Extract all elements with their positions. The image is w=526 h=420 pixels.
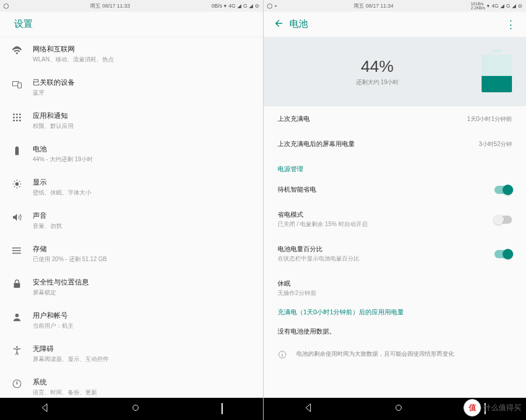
- item-title: 显示: [33, 178, 254, 188]
- svg-point-14: [12, 247, 13, 248]
- toggle-on[interactable]: [494, 250, 512, 258]
- accessibility-icon: [12, 344, 33, 358]
- item-subtitle: 屏幕锁定: [33, 289, 254, 297]
- power-row-sleep[interactable]: 休眠无操作2分钟后: [264, 271, 526, 306]
- item-title: 安全性与位置信息: [33, 277, 254, 287]
- settings-item-security[interactable]: 安全性与位置信息屏幕锁定: [0, 270, 263, 304]
- item-title: 无障碍: [33, 344, 254, 354]
- battery-stat-row[interactable]: 上次充满电1天0小时1分钟前: [264, 106, 526, 131]
- page-title: 设置: [14, 18, 33, 30]
- svg-rect-25: [282, 354, 282, 356]
- wifi-icon: ▾: [487, 3, 490, 9]
- battery-stat-row[interactable]: 上次充满电后的屏幕用电量3小时52分钟: [264, 131, 526, 157]
- svg-point-13: [15, 182, 19, 186]
- signal-icon: ◢: [237, 3, 241, 9]
- usage-since-full: 充满电（1天0小时1分钟前）后的应用用电量: [264, 306, 526, 319]
- settings-item-system[interactable]: 系统语言、时间、备份、更新: [0, 370, 263, 398]
- nav-back[interactable]: [40, 403, 50, 415]
- item-title: 系统: [33, 377, 254, 387]
- row-label: 上次充满电后的屏幕用电量: [278, 140, 479, 148]
- svg-point-16: [12, 252, 13, 254]
- settings-item-storage[interactable]: 存储已使用 20% - 还剩 51.12 GB: [0, 237, 263, 270]
- item-title: 声音: [33, 211, 254, 221]
- toggle-on[interactable]: [494, 186, 512, 194]
- battery-content[interactable]: 44% 还剩大约 19小时 上次充满电1天0小时1分钟前上次充满电后的屏幕用电量…: [264, 37, 526, 398]
- power-row-save-mode[interactable]: 省电模式已关闭 / 电量剩余 15% 时自动开启: [264, 202, 526, 237]
- item-subtitle: 屏幕阅读器、显示、互动控件: [33, 355, 254, 363]
- nav-back[interactable]: [304, 403, 313, 415]
- nav-home[interactable]: [394, 403, 403, 415]
- settings-item-accessibility[interactable]: 无障碍屏幕阅读器、显示、互动控件: [0, 337, 263, 370]
- apps-icon: [12, 111, 33, 125]
- watermark: 值 什么值得买: [463, 399, 521, 416]
- svg-rect-12: [16, 147, 18, 148]
- item-title: 用户和帐号: [33, 311, 254, 321]
- status-date: 周五 08/17: [90, 3, 115, 9]
- settings-item-display[interactable]: 显示壁纸、休眠、字体大小: [0, 171, 263, 204]
- back-button[interactable]: [273, 18, 285, 31]
- settings-item-network[interactable]: 网络和互联网WLAN、移动、流量消耗、热点: [0, 37, 263, 71]
- toggle-off[interactable]: [494, 216, 512, 224]
- item-subtitle: 当前用户：机主: [33, 322, 254, 330]
- circle-icon: [267, 4, 272, 9]
- nav-recent[interactable]: [222, 404, 223, 414]
- network-icon: [12, 44, 33, 58]
- settings-item-battery[interactable]: 电池44% - 大约还剩 19小时: [0, 137, 263, 171]
- signal-icon: ◢: [249, 3, 253, 9]
- svg-point-19: [16, 346, 18, 348]
- battery-percent: 44%: [275, 57, 479, 76]
- svg-point-3: [16, 113, 18, 115]
- settings-item-sound[interactable]: 声音音量、勿扰: [0, 204, 263, 237]
- row-label: 上次充满电: [278, 114, 467, 123]
- watermark-badge: 值: [463, 399, 481, 416]
- status-time: 11:33: [117, 3, 130, 9]
- item-subtitle: WLAN、移动、流量消耗、热点: [33, 55, 254, 64]
- item-title: 已关联的设备: [33, 78, 254, 88]
- battery-hero[interactable]: 44% 还剩大约 19小时: [264, 37, 526, 106]
- svg-rect-1: [18, 83, 22, 88]
- svg-point-5: [13, 117, 15, 119]
- svg-point-15: [12, 250, 13, 251]
- item-title: 电池: [33, 144, 254, 154]
- svg-point-2: [13, 113, 15, 115]
- page-title: 电池: [289, 18, 308, 30]
- battery-icon: [12, 144, 33, 158]
- settings-item-apps[interactable]: 应用和通知权限、默认应用: [0, 104, 263, 137]
- display-icon: [12, 178, 33, 192]
- item-subtitle: 已使用 20% - 还剩 51.12 GB: [33, 255, 254, 263]
- app-bar: 设置: [0, 12, 263, 37]
- watermark-text: 什么值得买: [483, 402, 521, 413]
- status-bar: ▪ 周五 08/17 11:34 101B/s2.2KB/s ▾ 4G ◢ G …: [264, 0, 526, 12]
- row-sub: 已关闭 / 电量剩余 15% 时自动开启: [278, 220, 494, 228]
- settings-item-devices[interactable]: 已关联的设备蓝牙: [0, 71, 263, 104]
- svg-point-10: [19, 120, 21, 122]
- power-row-standby-save[interactable]: 待机智能省电: [264, 177, 526, 202]
- row-label: 待机智能省电: [278, 185, 494, 194]
- svg-point-6: [16, 117, 18, 119]
- nav-home[interactable]: [131, 403, 140, 415]
- svg-point-7: [19, 117, 21, 119]
- svg-rect-17: [14, 283, 20, 288]
- battery-icon-large: [479, 51, 514, 92]
- status-indicators: 101B/s2.2KB/s ▾ 4G ◢ G ◢ ⊖: [470, 2, 522, 10]
- settings-list[interactable]: 网络和互联网WLAN、移动、流量消耗、热点已关联的设备蓝牙应用和通知权限、默认应…: [0, 37, 263, 398]
- app-bar: 电池 ⋮: [264, 12, 526, 37]
- row-sub: 无操作2分钟后: [278, 289, 512, 297]
- svg-rect-11: [15, 147, 19, 155]
- svg-point-26: [396, 405, 402, 410]
- more-icon[interactable]: ⋮: [505, 18, 517, 31]
- security-icon: [12, 277, 33, 291]
- item-subtitle: 壁纸、休眠、字体大小: [33, 189, 254, 197]
- item-subtitle: 44% - 大约还剩 19小时: [33, 155, 254, 164]
- info-icon: [278, 350, 287, 362]
- users-icon: [12, 311, 33, 325]
- no-battery-data: 没有电池使用数据。: [278, 327, 512, 336]
- item-subtitle: 音量、勿扰: [33, 222, 254, 230]
- power-row-battery-percent[interactable]: 电池电量百分比在状态栏中显示电池电量百分比: [264, 237, 526, 271]
- android-navbar: [0, 398, 263, 420]
- settings-item-users[interactable]: 用户和帐号当前用户：机主: [0, 304, 263, 337]
- item-title: 网络和互联网: [33, 44, 254, 54]
- svg-point-22: [133, 405, 138, 410]
- item-subtitle: 语言、时间、备份、更新: [33, 388, 254, 397]
- row-value: 3小时52分钟: [479, 140, 512, 148]
